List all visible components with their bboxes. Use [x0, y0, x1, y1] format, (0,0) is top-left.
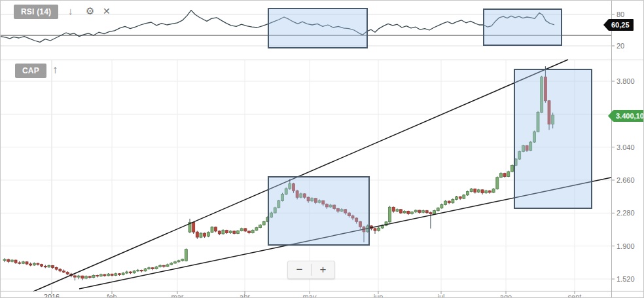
symbol-badge[interactable]: CAP	[15, 64, 46, 78]
trading-chart-window: RSI (14) ↓ ⚙ ✕ 60,25 CAP ↑ 3.400,10 3.80…	[0, 0, 644, 298]
time-axis-label: sept	[568, 293, 582, 298]
highlight-box[interactable]	[268, 177, 369, 245]
candlestick-series	[3, 66, 554, 280]
time-axis-label: feb	[107, 293, 116, 298]
price-axis-label: 3.040	[617, 143, 635, 151]
time-axis-label: abr	[240, 293, 250, 298]
arrow-up-icon: ↑	[52, 64, 58, 75]
rsi-axis-label: 80	[617, 10, 624, 18]
time-axis-label: may	[303, 293, 317, 298]
highlight-box[interactable]	[268, 9, 367, 48]
time-axis-label: 2016	[44, 293, 60, 298]
rsi-indicator-badge[interactable]: RSI (14)	[14, 5, 58, 19]
time-axis-label: mar	[171, 293, 184, 298]
last-price-tag: 3.400,10	[613, 110, 644, 122]
time-axis-label: jul	[437, 293, 444, 298]
gear-icon[interactable]: ⚙	[86, 7, 94, 16]
rsi-value-tag: 60,25	[609, 19, 634, 31]
price-axis-label: 1.520	[617, 275, 635, 283]
price-axis-label: 2.280	[617, 209, 635, 217]
highlight-box[interactable]	[484, 9, 562, 45]
close-icon[interactable]: ✕	[103, 7, 111, 16]
time-axis-label: ago	[500, 293, 512, 298]
zoom-controls: − +	[287, 261, 335, 279]
highlight-box[interactable]	[514, 69, 592, 208]
chart-canvas[interactable]	[1, 1, 644, 298]
rsi-axis-label: 20	[617, 42, 624, 50]
price-axis-label: 3.800	[617, 77, 635, 85]
trendline[interactable]	[33, 60, 568, 291]
time-axis-label: jun	[374, 293, 384, 298]
collapse-indicator-icon[interactable]: ↓	[68, 7, 73, 16]
price-axis-label: 2.660	[617, 176, 635, 184]
zoom-in-button[interactable]: +	[312, 261, 334, 278]
zoom-out-button[interactable]: −	[288, 261, 311, 278]
price-axis-label: 1.900	[617, 242, 635, 250]
